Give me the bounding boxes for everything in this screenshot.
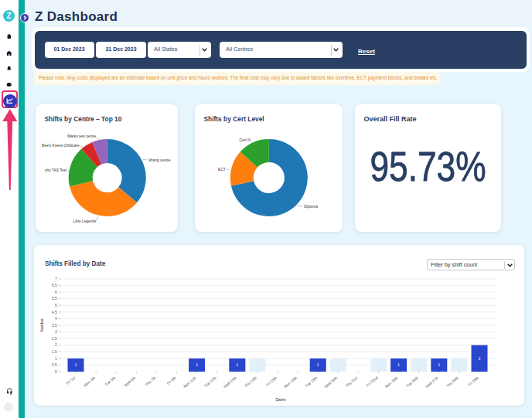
svg-text:1: 1 [236, 363, 238, 367]
svg-text:2: 2 [479, 357, 481, 361]
svg-text:2: 2 [55, 343, 57, 347]
svg-text:Fri 29th: Fri 29th [467, 376, 479, 386]
svg-text:1: 1 [55, 357, 57, 361]
svg-text:Tue 26th: Tue 26th [405, 376, 419, 388]
svg-text:Cert III: Cert III [240, 138, 251, 142]
svg-text:3: 3 [55, 330, 57, 334]
svg-text:Thu 21st: Thu 21st [345, 376, 359, 388]
svg-text:Wed 20th: Wed 20th [324, 376, 339, 389]
svg-text:Wed 6th: Wed 6th [124, 376, 137, 387]
svg-text:1: 1 [317, 363, 319, 367]
svg-text:Little Legends: Little Legends [73, 219, 97, 223]
svg-text:3.5: 3.5 [52, 324, 57, 328]
svg-text:Fri 22nd: Fri 22nd [366, 376, 379, 387]
svg-text:Mon 18th: Mon 18th [284, 376, 298, 389]
svg-text:6.5: 6.5 [52, 284, 57, 287]
svg-text:Marko test centre: Marko test centre [67, 134, 96, 138]
svg-text:0.5: 0.5 [52, 363, 57, 367]
svg-text:1: 1 [397, 363, 400, 367]
svg-text:Mon 11th: Mon 11th [182, 376, 197, 389]
svg-text:1.5: 1.5 [52, 350, 57, 354]
svg-text:khang centre: khang centre [149, 158, 171, 162]
svg-text:2.5: 2.5 [52, 337, 57, 341]
svg-text:Thu 28th: Thu 28th [445, 376, 459, 388]
svg-text:1: 1 [438, 363, 440, 367]
svg-text:7: 7 [55, 277, 57, 281]
svg-text:Fri 1st: Fri 1st [66, 376, 77, 386]
svg-text:Tue 12th: Tue 12th [203, 376, 217, 388]
svg-text:Wed 13th: Wed 13th [223, 376, 237, 389]
svg-text:5.5: 5.5 [52, 297, 57, 301]
svg-text:1: 1 [196, 363, 198, 367]
svg-text:Dates: Dates [275, 397, 286, 402]
svg-text:Tue 5th: Tue 5th [104, 376, 117, 386]
svg-text:Thu 14th: Thu 14th [244, 376, 257, 388]
svg-text:ECT: ECT [218, 168, 226, 172]
svg-text:6: 6 [55, 291, 57, 294]
svg-text:Number: Number [39, 318, 44, 332]
svg-text:Mon 4th: Mon 4th [84, 376, 97, 387]
svg-text:Thu 7th: Thu 7th [145, 376, 157, 386]
svg-text:shu TAS Test: shu TAS Test [45, 168, 67, 172]
svg-text:Mon 25th: Mon 25th [384, 376, 399, 389]
svg-text:Wed 27th: Wed 27th [425, 376, 439, 389]
svg-text:5: 5 [55, 304, 57, 308]
svg-text:Fri 15th: Fri 15th [265, 376, 278, 386]
svg-text:Bee's Knees Childcare: Bee's Knees Childcare [42, 144, 80, 148]
svg-text:Fri 8th: Fri 8th [166, 376, 177, 386]
svg-text:1: 1 [75, 363, 77, 367]
svg-text:Diploma: Diploma [304, 205, 318, 209]
svg-text:Tue 19th: Tue 19th [305, 376, 319, 388]
svg-text:4.5: 4.5 [52, 311, 57, 314]
svg-text:4: 4 [55, 317, 57, 321]
svg-text:0: 0 [55, 370, 57, 374]
